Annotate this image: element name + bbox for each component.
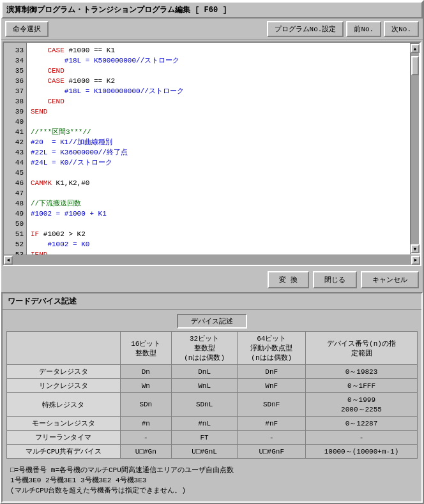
code-span: #1002 > K2 [39, 230, 86, 238]
code-span [31, 47, 47, 54]
code-line: #22L = K36000000//終了点 [31, 147, 406, 158]
close-button[interactable]: 閉じる [313, 271, 357, 288]
cell-16bit: #n [120, 417, 171, 431]
row-header: モーションレジスタ [7, 417, 121, 431]
cell-32bit: U□#GnL [171, 445, 238, 459]
code-span: CASE [47, 47, 64, 54]
cell-range: 0～19823 [306, 365, 418, 379]
col-range: デバイス番号(n)の指定範囲 [306, 332, 418, 365]
line-number: 33 [6, 45, 24, 56]
code-span: //***区間3***// [31, 128, 91, 136]
code-line: #1002 = #1000 + K1 [31, 209, 406, 219]
code-span: #1002 = #1000 + K1 [31, 210, 107, 218]
notes-section: □=号機番号 m=各号機のマルチCPU間高速通信エリアのユーザ自由点数1号機3E… [6, 463, 418, 503]
convert-button[interactable]: 変 換 [268, 271, 309, 288]
line-number: 41 [6, 127, 24, 137]
table-row: モーションレジスタ #n #nL #nF 0～12287 [7, 417, 418, 431]
cell-32bit: DnL [171, 365, 238, 379]
line-number: 53 [6, 249, 24, 255]
code-span: #1000 == K1 [64, 47, 115, 54]
cancel-button[interactable]: キャンセル [361, 271, 419, 288]
code-line: SEND [31, 107, 406, 117]
line-number: 49 [6, 209, 24, 219]
row-header: フリーランタイマ [7, 431, 121, 445]
code-line: IF #1002 > K2 [31, 229, 406, 239]
code-span [31, 98, 47, 105]
code-line: CAMMK K1,K2,#0 [31, 178, 406, 188]
vertical-scrollbar[interactable]: ▲ ▼ [410, 43, 420, 255]
code-line: //下流搬送回数 [31, 198, 406, 209]
lower-panel-title: ワードデバイス記述 [3, 293, 421, 310]
cell-range: 0～1FFF [306, 379, 418, 393]
line-number: 43 [6, 147, 24, 158]
code-span: #18L = K1000000000//ストローク [31, 87, 184, 95]
command-select-button[interactable]: 命令選択 [5, 21, 49, 37]
note-line [10, 496, 414, 503]
table-row: マルチCPU共有デバイス U□#Gn U□#GnL U□#GnF 10000～(… [7, 445, 418, 459]
line-number: 48 [6, 198, 24, 209]
col-16bit: 16ビット整数型 [120, 332, 171, 365]
scroll-left-button[interactable]: ◄ [4, 256, 13, 265]
program-no-button[interactable]: プログラムNo.設定 [267, 21, 344, 37]
cell-range: 10000～(10000+m-1) [306, 445, 418, 459]
code-content[interactable]: CASE #1000 == K1 #18L = K500000000//ストロー… [27, 43, 410, 255]
row-header: マルチCPU共有デバイス [7, 445, 121, 459]
cell-64bit: #nF [238, 417, 306, 431]
cell-64bit: U□#GnF [238, 445, 306, 459]
cell-16bit: Wn [120, 379, 171, 393]
main-window: 演算制御プログラム・トランジションプログラム編集 [ F60 ] 命令選択 プロ… [0, 0, 424, 504]
line-number: 50 [6, 219, 24, 229]
scroll-up-button[interactable]: ▲ [411, 44, 420, 53]
cell-16bit: - [120, 431, 171, 445]
table-row: 特殊レジスタ SDn SDnL SDnF 0～19992000～2255 [7, 393, 418, 417]
next-no-button[interactable]: 次No. [384, 21, 419, 37]
cell-range: 0～12287 [306, 417, 418, 431]
cell-16bit: Dn [120, 365, 171, 379]
line-number: 37 [6, 86, 24, 96]
col-32bit: 32ビット整数型(nはは偶数) [171, 332, 238, 365]
code-span [31, 77, 47, 85]
cell-32bit: SDnL [171, 393, 238, 417]
device-table: 16ビット整数型 32ビット整数型(nはは偶数) 64ビット浮動小数点型(nはは… [6, 331, 418, 459]
scroll-right-button[interactable]: ► [411, 256, 420, 265]
code-line: IEND [31, 249, 406, 255]
scroll-track[interactable] [411, 53, 419, 244]
line-number: 44 [6, 158, 24, 168]
line-number: 45 [6, 168, 24, 178]
scroll-thumb[interactable] [411, 56, 419, 75]
line-number: 46 [6, 178, 24, 188]
code-span: CAMMK [31, 179, 52, 187]
table-row: データレジスタ Dn DnL DnF 0～19823 [7, 365, 418, 379]
action-bar: 変 換 閉じる キャンセル [1, 267, 423, 292]
code-line: #18L = K500000000//ストローク [31, 56, 406, 66]
line-number: 51 [6, 229, 24, 239]
cell-16bit: SDn [120, 393, 171, 417]
toolbar: 命令選択 プログラムNo.設定 前No. 次No. [1, 19, 423, 40]
horizontal-scrollbar[interactable]: ◄ ► [4, 255, 420, 265]
code-line: #18L = K1000000000//ストローク [31, 86, 406, 96]
scroll-down-button[interactable]: ▼ [411, 244, 420, 253]
line-number: 42 [6, 137, 24, 147]
row-header: 特殊レジスタ [7, 393, 121, 417]
note-line: 1号機3E0 2号機3E1 3号機3E2 4号機3E3 [10, 475, 414, 485]
cell-64bit: WnF [238, 379, 306, 393]
table-row: フリーランタイマ - FT - - [7, 431, 418, 445]
code-editor[interactable]: 3334353637383940414243444546474849505152… [3, 41, 421, 266]
note-line: □=号機番号 m=各号機のマルチCPU間高速通信エリアのユーザ自由点数 [10, 465, 414, 475]
cell-32bit: WnL [171, 379, 238, 393]
cell-16bit: U□#Gn [120, 445, 171, 459]
col-device-type [7, 332, 121, 365]
code-span: K1,K2,#0 [52, 179, 89, 187]
line-number: 39 [6, 107, 24, 117]
code-span: SEND [31, 108, 47, 115]
cell-64bit: - [238, 431, 306, 445]
code-line: CEND [31, 66, 406, 76]
line-number: 35 [6, 66, 24, 76]
cell-32bit: #nL [171, 417, 238, 431]
h-scroll-track[interactable] [13, 255, 411, 265]
prev-no-button[interactable]: 前No. [346, 21, 381, 37]
line-numbers: 3334353637383940414243444546474849505152… [4, 43, 27, 255]
line-number: 38 [6, 96, 24, 107]
col-64bit: 64ビット浮動小数点型(nはは偶数) [238, 332, 306, 365]
cell-64bit: DnF [238, 365, 306, 379]
